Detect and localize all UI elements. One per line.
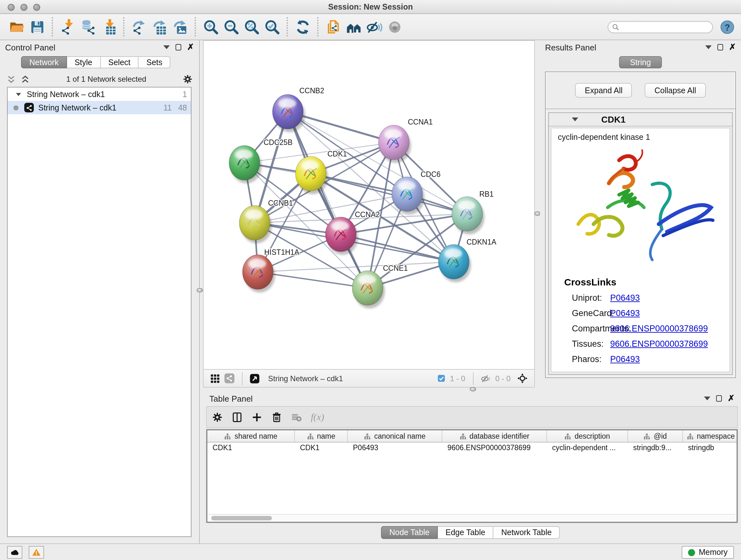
export-table-button[interactable] [149, 16, 170, 38]
network-row[interactable]: String Network – cdk1 11 48 [8, 101, 191, 114]
column-header-database-identifier[interactable]: database identifier [442, 430, 547, 442]
crosslinks-heading: CrossLinks [551, 276, 726, 287]
clone-network-button[interactable] [323, 16, 343, 38]
network-collection-row[interactable]: String Network – cdk1 1 [8, 87, 191, 101]
import-network-file-button[interactable] [57, 16, 78, 38]
hidden-eye-icon[interactable] [481, 373, 491, 383]
import-network-database-button[interactable] [78, 16, 98, 38]
node-CCNE1[interactable] [352, 271, 385, 308]
node-CDK1[interactable] [295, 157, 328, 194]
export-network-button[interactable] [129, 16, 149, 38]
cloud-button[interactable] [7, 546, 22, 559]
warnings-button[interactable] [29, 546, 44, 559]
network-options-gear-icon[interactable] [183, 74, 193, 84]
float-panel-icon[interactable] [176, 44, 181, 51]
node-CDKN1A[interactable] [439, 245, 471, 282]
first-neighbors-button[interactable] [343, 16, 364, 38]
expand-all-button[interactable]: Expand All [576, 83, 632, 98]
column-header-namespace[interactable]: namespace [683, 430, 738, 442]
search-input[interactable] [622, 22, 709, 31]
add-column-icon[interactable] [252, 412, 262, 422]
table-cell: cyclin-dependent ... [547, 442, 628, 455]
search-box[interactable] [608, 21, 713, 33]
import-table-icon [100, 19, 117, 35]
panel-menu-icon[interactable] [704, 396, 711, 400]
network-node-count: 11 [163, 103, 172, 112]
crosslink-link[interactable]: P06493 [610, 354, 640, 364]
import-network-file-icon [60, 19, 76, 35]
expand-all-icon[interactable] [20, 74, 30, 84]
column-header-canonical-name[interactable]: canonical name [348, 430, 442, 442]
tab-select[interactable]: Select [100, 56, 139, 68]
birds-eye-view-icon[interactable] [210, 373, 220, 383]
horizontal-scrollbar[interactable] [209, 514, 735, 520]
column-header-name[interactable]: name [295, 430, 348, 442]
refresh-button[interactable] [292, 16, 313, 38]
tab-network[interactable]: Network [21, 56, 67, 68]
node-RB1[interactable] [452, 197, 484, 234]
crosslink-link[interactable]: P06493 [610, 308, 640, 318]
zoom-fit-button[interactable] [241, 16, 262, 38]
share-icon [26, 105, 32, 111]
splitter-knob[interactable] [534, 211, 541, 216]
tab-sets[interactable]: Sets [139, 56, 171, 68]
tab-node-table[interactable]: Node Table [381, 526, 438, 539]
export-image-icon [172, 19, 188, 35]
splitter-knob[interactable] [197, 288, 203, 293]
node-HIST1H1A[interactable] [243, 255, 275, 293]
table-settings-gear-icon[interactable] [212, 412, 223, 422]
save-session-button[interactable] [27, 16, 47, 38]
float-panel-icon[interactable] [718, 44, 723, 51]
node-CCNB2[interactable] [273, 95, 305, 132]
zoom-out-button[interactable] [221, 16, 241, 38]
collapse-gene-icon[interactable] [572, 118, 578, 121]
delete-column-icon[interactable] [271, 412, 282, 422]
close-panel-icon[interactable]: ✗ [728, 395, 735, 401]
collection-expand-icon[interactable] [16, 92, 21, 96]
column-header-shared-name[interactable]: shared name [207, 430, 295, 442]
import-table-button[interactable] [98, 16, 119, 38]
gene-section-header[interactable]: CDK1 [549, 113, 732, 126]
selected-checkbox-icon[interactable] [437, 374, 446, 382]
float-panel-icon[interactable] [716, 395, 722, 401]
scrollbar-thumb[interactable] [211, 516, 272, 520]
column-header-description[interactable]: description [547, 430, 628, 442]
table-row[interactable]: CDK1CDK1P064939606.ENSP00000378699cyclin… [207, 442, 737, 455]
tab-network-table[interactable]: Network Table [494, 526, 560, 539]
node-label-RB1: RB1 [479, 190, 494, 198]
control-panel-title: Control Panel [5, 43, 56, 52]
zoom-selected-button[interactable] [262, 16, 282, 38]
network-canvas[interactable]: CCNB2CCNA1CDC25BCDK1CDC6RB1CCNB1CCNA2CDK… [203, 40, 535, 370]
collapse-all-button[interactable]: Collapse All [645, 83, 706, 98]
show-columns-icon[interactable] [232, 412, 243, 422]
tab-style[interactable]: Style [67, 56, 101, 68]
help-button[interactable] [720, 19, 735, 34]
zoom-in-button[interactable] [200, 16, 221, 38]
tab-edge-table[interactable]: Edge Table [438, 526, 494, 539]
node-CDC6[interactable] [392, 177, 424, 214]
open-file-button[interactable] [6, 16, 27, 38]
export-image-button[interactable] [170, 16, 190, 38]
column-header--id[interactable]: @id [628, 430, 683, 442]
memory-button[interactable]: Memory [682, 546, 734, 559]
crosslink-link[interactable]: 9606.ENSP00000378699 [610, 339, 708, 349]
edge-CCNB2-CCNE1[interactable] [288, 112, 367, 288]
hide-unhide-button[interactable] [364, 16, 384, 38]
detach-view-icon[interactable] [250, 373, 260, 383]
pan-crosshair-icon[interactable] [517, 373, 528, 384]
node-CCNA1[interactable] [379, 125, 411, 163]
node-CCNA2[interactable] [326, 217, 358, 255]
tab-string[interactable]: String [619, 56, 662, 68]
close-panel-icon[interactable]: ✗ [187, 44, 194, 51]
crosslink-link[interactable]: P06493 [610, 293, 640, 303]
toolbar-separator [52, 17, 53, 37]
preview-eye-icon [387, 19, 402, 35]
preview-eye-button[interactable] [384, 16, 405, 38]
panel-menu-icon[interactable] [705, 45, 712, 49]
splitter-knob[interactable] [470, 387, 476, 391]
close-panel-icon[interactable]: ✗ [729, 44, 736, 51]
crosslink-link[interactable]: 9606.ENSP00000378699 [610, 324, 708, 333]
collapse-all-icon[interactable] [6, 74, 16, 84]
panel-menu-icon[interactable] [163, 45, 170, 49]
node-CDC25B[interactable] [229, 145, 262, 183]
